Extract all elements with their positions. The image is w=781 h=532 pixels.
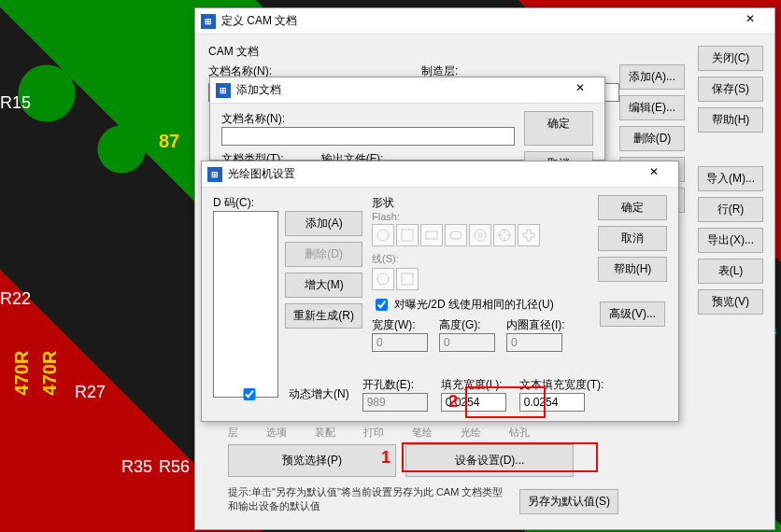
preview-selection-button[interactable]: 预览选择(P) [228,444,396,477]
dcode-list[interactable] [213,211,278,398]
aperture-count-input [362,393,428,412]
svg-rect-1 [402,230,413,241]
define-cam-titlebar[interactable]: ⊞ 定义 CAM 文档 ✕ [195,8,774,35]
plot-ok-button[interactable]: 确定 [598,195,667,220]
dcode-delete-button[interactable]: 删除(D) [285,242,362,267]
shape-donut-icon[interactable] [469,224,491,246]
close-icon[interactable]: ✕ [635,165,673,184]
photoplotter-dialog: ⊞ 光绘图机设置 ✕ D 码(C): 添加(A) 删除(D) 增大(M) 重新生… [201,161,679,422]
fill-width-label: 填充宽度(L): [441,377,506,393]
svg-point-5 [478,233,482,237]
flash-label: Flash: [372,211,589,222]
preview-button[interactable]: 预览(V) [698,289,763,315]
delete-doc-button[interactable]: 删除(D) [619,126,685,151]
dcode-add-button[interactable]: 添加(A) [285,211,362,236]
plot-title: 光绘图机设置 [228,166,635,182]
shape-thermal-icon[interactable] [493,224,516,246]
line-label: 线(S): [372,252,589,266]
app-icon: ⊞ [207,167,222,182]
add-doc-titlebar[interactable]: ⊞ 添加文档 ✕ [210,77,604,104]
hint-text: 提示:单击"另存为默认值"将当前设置另存为此 CAM 文档类型和输出设备的默认值 [228,485,508,514]
tab-options[interactable]: 选项 [266,426,287,440]
pcb-r15: R15 [0,93,31,113]
tab-layer[interactable]: 层 [228,426,238,440]
add-name-input[interactable] [221,127,515,146]
shape-oval-icon[interactable] [445,224,467,246]
add-doc-dialog: ⊞ 添加文档 ✕ 文档名称(N): 确定 文档类型(T): 输出文件(F): 取… [209,77,605,161]
text-fill-label: 文本填充宽度(T): [519,377,604,393]
edit-doc-button[interactable]: 编辑(E)... [619,95,685,120]
same-aperture-checkbox[interactable]: 对曝光/2D 线使用相同的孔径(U) [372,296,589,314]
cam-group-label: CAM 文档 [208,44,761,60]
same-aperture-input[interactable] [376,299,388,311]
dcode-regen-button[interactable]: 重新生成(R) [285,303,362,329]
add-name-label: 文档名称(N): [221,111,515,127]
dcode-label: D 码(C): [213,195,362,211]
device-settings-button[interactable]: 设备设置(D)... [405,444,574,477]
shape-cross-icon[interactable] [518,224,540,246]
svg-point-0 [377,230,389,241]
app-icon: ⊞ [201,14,216,29]
pcb-r35: R35 [121,457,152,477]
define-cam-title: 定义 CAM 文档 [221,13,731,29]
pcb-label-470-2: 470R [39,351,61,396]
pcb-label-87: 87 [159,131,179,152]
pcb-r22: R22 [0,289,31,309]
dyn-enlarge-input[interactable] [217,388,282,400]
dyn-enlarge-checkbox[interactable]: 动态增大(N) [213,385,349,403]
tab-photo[interactable]: 光绘 [461,426,481,440]
svg-point-4 [475,230,486,241]
shape-square-icon[interactable] [396,224,419,246]
dcode-enlarge-button[interactable]: 增大(M) [285,273,362,298]
text-fill-input[interactable] [519,393,585,412]
save-default-button[interactable]: 另存为默认值(S) [519,489,618,514]
height-label: 高度(G): [439,317,495,333]
pcb-r27: R27 [75,383,106,402]
import-button[interactable]: 导入(M)... [698,166,763,191]
close-button[interactable]: 关闭(C) [698,46,763,71]
tab-pen[interactable]: 笔绘 [412,426,433,440]
add-ok-button[interactable]: 确定 [524,111,593,146]
list-button[interactable]: 表(L) [698,259,763,284]
close-icon[interactable]: ✕ [561,81,599,100]
plot-cancel-button[interactable]: 取消 [598,226,667,251]
line-square-icon[interactable] [396,268,419,290]
cam-tabs: 层 选项 装配 打印 笔绘 光绘 钻孔 [228,426,530,440]
svg-rect-2 [426,231,437,239]
pcb-label-470-1: 470R [11,351,33,396]
export-button[interactable]: 导出(X)... [698,228,763,253]
inner-input [506,333,562,352]
advanced-button[interactable]: 高级(V)... [600,301,665,327]
width-input [372,333,428,352]
close-icon[interactable]: ✕ [731,12,769,31]
aperture-count-label: 开孔数(E): [362,377,428,393]
add-doc-button[interactable]: 添加(A)... [619,64,685,90]
tab-assembly[interactable]: 装配 [315,426,335,440]
help-button[interactable]: 帮助(H) [698,107,763,133]
pcb-r56: R56 [159,457,190,477]
shape-circle-icon[interactable] [372,224,394,246]
shape-rect-icon[interactable] [420,224,443,246]
plot-help-button[interactable]: 帮助(H) [598,257,667,282]
app-icon: ⊞ [216,83,231,98]
line-circle-icon[interactable] [372,268,394,290]
inner-label: 内圈直径(I): [506,317,565,333]
svg-point-7 [377,273,389,285]
shape-label: 形状 [372,195,589,211]
fill-width-input[interactable] [441,393,506,412]
svg-rect-8 [402,273,413,285]
height-input [439,333,495,352]
tab-drill[interactable]: 钻孔 [509,426,530,440]
svg-rect-3 [450,231,462,239]
plot-titlebar[interactable]: ⊞ 光绘图机设置 ✕ [202,161,678,188]
save-button[interactable]: 保存(S) [698,77,763,102]
add-doc-title: 添加文档 [236,82,561,98]
width-label: 宽度(W): [372,317,428,333]
run-button[interactable]: 行(R) [698,197,763,222]
tab-print[interactable]: 打印 [363,426,384,440]
